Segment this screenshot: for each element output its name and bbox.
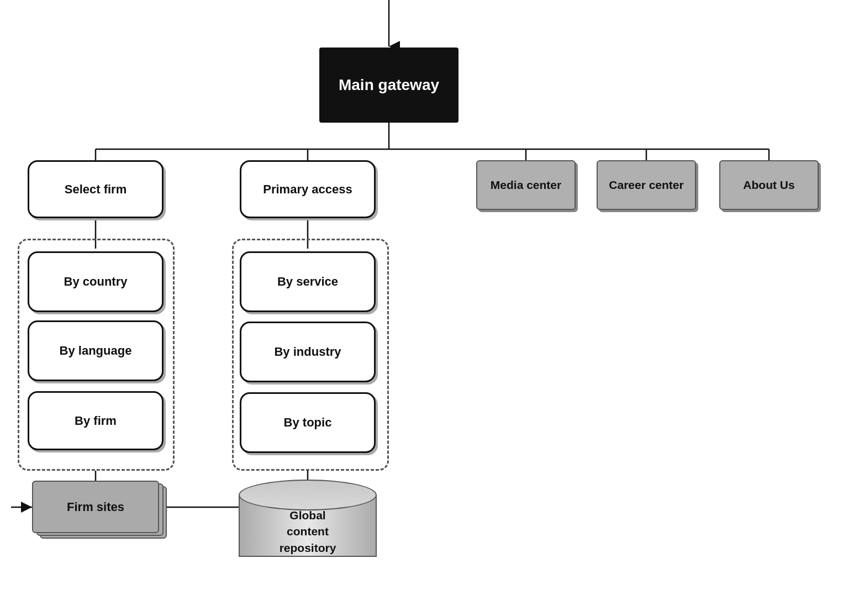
primary-access-node: Primary access (240, 160, 376, 218)
main-gateway-node: Main gateway (319, 48, 459, 123)
global-content-repository-node: Globalcontentrepository (239, 480, 377, 557)
about-us-node: About Us (719, 160, 819, 210)
by-country-node: By country (28, 251, 164, 312)
by-firm-node: By firm (28, 391, 164, 450)
by-service-node: By service (240, 251, 376, 312)
media-center-node: Media center (476, 160, 576, 210)
select-firm-node: Select firm (28, 160, 164, 218)
by-language-node: By language (28, 320, 164, 381)
by-industry-node: By industry (240, 322, 376, 382)
by-topic-node: By topic (240, 392, 376, 453)
career-center-node: Career center (597, 160, 696, 210)
